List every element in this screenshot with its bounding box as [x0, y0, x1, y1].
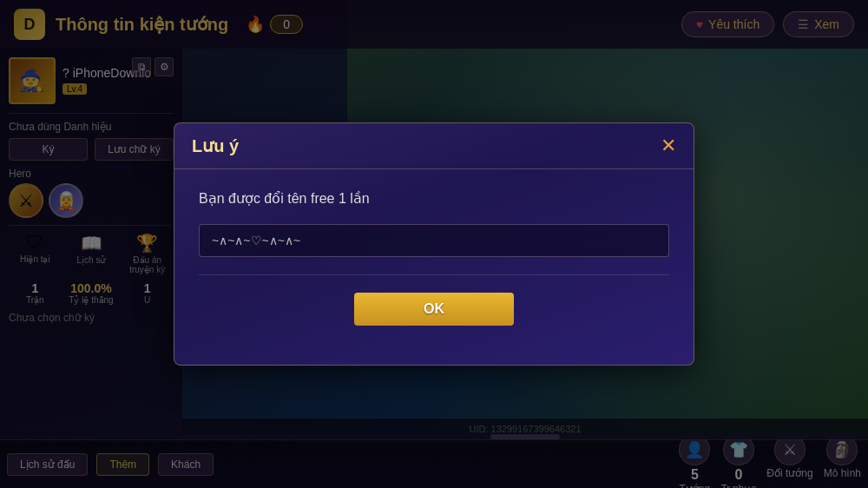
modal-close-button[interactable]: ✕	[661, 136, 676, 155]
modal-title: Lưu ý	[192, 135, 239, 156]
ok-button[interactable]: OK	[354, 293, 514, 326]
modal-dialog: Lưu ý ✕ Bạn được đổi tên free 1 lần OK	[174, 122, 694, 366]
modal-body: Bạn được đổi tên free 1 lần OK	[174, 169, 694, 360]
modal-overlay[interactable]: Lưu ý ✕ Bạn được đổi tên free 1 lần OK	[0, 0, 868, 488]
modal-header: Lưu ý ✕	[174, 123, 694, 169]
name-input[interactable]	[199, 224, 669, 257]
modal-footer: OK	[199, 293, 669, 343]
modal-message: Bạn được đổi tên free 1 lần	[199, 190, 669, 207]
modal-divider	[199, 274, 669, 275]
